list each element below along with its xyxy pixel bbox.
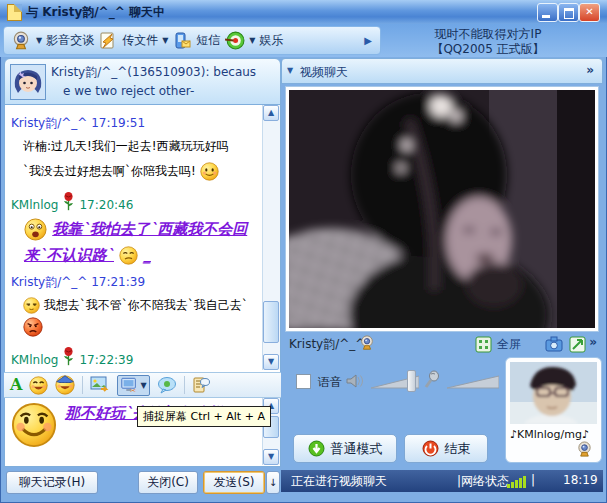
speaker-icon xyxy=(345,372,365,390)
toolbar-video-chat[interactable]: 影音交谈 xyxy=(46,32,94,49)
status-bar: 正在进行视频聊天 |网络状态 | 18:19 xyxy=(281,470,603,492)
capture-tooltip: 捕捉屏幕 Ctrl + Alt + A xyxy=(137,406,271,427)
toolbar-more-icon[interactable]: ▶ xyxy=(364,35,372,46)
peer-signature-line1: Kristy韵/^_^(136510903): becaus xyxy=(51,63,276,82)
scroll-down-icon[interactable]: ▼ xyxy=(263,449,279,465)
qq-version: 【QQ2005 正式版】 xyxy=(398,42,578,57)
close-window-button[interactable]: ✕ xyxy=(579,3,600,22)
message-text: 许楠:过几天!我们一起去!西藏玩玩好吗 xyxy=(11,136,259,157)
shy-smiley-emoticon xyxy=(23,297,40,314)
video-control-row: Kristy韵/^_^ 全屏 » xyxy=(281,334,603,356)
self-nickname: KMlnlog xyxy=(11,198,58,212)
font-style-icon[interactable]: A xyxy=(10,377,22,393)
self-video-feed xyxy=(510,362,597,424)
message-record-icon[interactable] xyxy=(192,376,210,394)
chat-scrollbar[interactable]: ▲ ▼ xyxy=(262,105,280,370)
chat-history-button[interactable]: 聊天记录(H) xyxy=(6,471,98,494)
fullscreen-label[interactable]: 全屏 xyxy=(497,336,521,353)
voice-controls: 语音 xyxy=(281,368,501,396)
chat-messages: Kristy韵/^_^ 17:19:51 许楠:过几天!我们一起去!西藏玩玩好吗… xyxy=(5,105,261,372)
remote-video-frame xyxy=(285,86,599,332)
voice-checkbox[interactable] xyxy=(296,374,311,389)
snapshot-camera-icon[interactable] xyxy=(545,336,563,352)
toolbar-separator xyxy=(184,376,185,394)
maximize-button[interactable] xyxy=(558,3,579,22)
message-header-peer: Kristy韵/^_^ 17:19:51 xyxy=(11,115,259,132)
svg-text:✂: ✂ xyxy=(130,385,136,393)
toolbar-separator xyxy=(82,376,83,394)
fullscreen-icon[interactable] xyxy=(475,336,492,353)
normal-mode-button[interactable]: 普通模式 xyxy=(293,434,397,463)
end-call-button[interactable]: 结束 xyxy=(404,434,488,463)
scroll-up-icon[interactable]: ▲ xyxy=(263,105,279,121)
title-bar: 与 Kristy韵/^_^ 聊天中 ✕ xyxy=(0,0,607,24)
custom-emoticon-icon[interactable] xyxy=(55,375,75,395)
sms-icon xyxy=(172,31,192,51)
close-chat-button[interactable]: 关闭(C) xyxy=(138,471,198,494)
toolbar-send-file[interactable]: 传文件 xyxy=(122,32,158,49)
capture-dropdown-icon[interactable]: ▼ xyxy=(140,381,146,390)
toolbar-sms[interactable]: 短信 xyxy=(196,32,220,49)
voice-label: 语音 xyxy=(318,374,342,391)
toolbar-entertainment[interactable]: 娱乐 xyxy=(259,32,283,49)
microphone-icon xyxy=(423,370,441,390)
big-shy-smiley-emoticon xyxy=(11,402,57,454)
panel-collapse-icon[interactable]: ▼ xyxy=(287,66,293,75)
toolbar-band: ▼ 影音交谈 传文件 ▼ 短信 ▼ 娱乐 ▶ xyxy=(3,26,381,55)
video-panel-header[interactable]: ▼ 视频聊天 » xyxy=(281,58,603,84)
emoticon-picker-icon[interactable] xyxy=(29,376,48,395)
screen-capture-button[interactable]: ✂ ▼ xyxy=(117,375,149,396)
message-header-peer: Kristy韵/^_^ 17:21:39 xyxy=(11,274,259,291)
message-text-purple: 我靠`我怕去了`西藏我不会回来`不认识路` _ xyxy=(11,216,259,268)
speaker-slider-thumb[interactable] xyxy=(407,370,416,392)
message-time: 17:20:46 xyxy=(79,198,133,212)
message-text: 我想去`我不管`你不陪我去`我自己去` xyxy=(11,295,259,337)
video-chat-icon xyxy=(10,31,32,51)
rose-emoticon xyxy=(62,347,75,367)
scroll-thumb[interactable] xyxy=(263,301,279,343)
normal-mode-icon xyxy=(308,440,325,457)
send-options-icon[interactable]: ↓ xyxy=(266,471,280,494)
peer-avatar[interactable] xyxy=(10,64,46,100)
minimize-button[interactable] xyxy=(537,3,558,22)
window-note-icon xyxy=(7,4,22,21)
ip-version-info: 现时不能取得对方IP 【QQ2005 正式版】 xyxy=(398,27,578,57)
message-text: `我没去过好想去啊`你陪我去吗! xyxy=(11,161,259,182)
mic-volume-slider[interactable] xyxy=(447,374,499,389)
send-button[interactable]: 发送(S) xyxy=(203,471,265,494)
chat-log[interactable]: Kristy韵/^_^ 17:19:51 许楠:过几天!我们一起去!西藏玩玩好吗… xyxy=(4,105,281,372)
self-nickname: KMlnlog xyxy=(11,353,58,367)
angry-smiley-emoticon xyxy=(23,317,43,337)
screen-capture-icon: ✂ xyxy=(120,377,138,394)
peer-signature-line2: e we two reject other- xyxy=(51,82,276,101)
video-panel-title: 视频聊天 xyxy=(300,64,348,81)
end-power-icon xyxy=(422,440,439,457)
shocked-smiley-emoticon xyxy=(24,218,47,241)
entertainment-dropdown-icon[interactable]: ▼ xyxy=(249,36,255,45)
smirk-smiley-emoticon xyxy=(119,246,138,265)
resize-video-icon[interactable] xyxy=(569,336,586,353)
remote-peer-name: Kristy韵/^_^ xyxy=(289,336,365,353)
window-title: 与 Kristy韵/^_^ 聊天中 xyxy=(26,4,165,21)
panel-more-icon[interactable]: » xyxy=(586,63,594,77)
video-chat-dropdown-icon[interactable]: ▼ xyxy=(36,36,42,45)
ip-notice: 现时不能取得对方IP xyxy=(398,27,578,42)
send-file-dropdown-icon[interactable]: ▼ xyxy=(162,36,168,45)
chat-bubble-icon[interactable] xyxy=(157,376,177,394)
message-header-self: KMlnlog 17:22:39 xyxy=(11,347,259,367)
self-video-panel: ♪KMlnlog/mg♪ xyxy=(505,357,602,463)
status-text: 正在进行视频聊天 xyxy=(291,473,387,490)
blush-smiley-emoticon xyxy=(200,162,219,181)
peer-signature: Kristy韵/^_^(136510903): becaus e we two … xyxy=(51,63,276,101)
input-toolbar: A ✂ ▼ xyxy=(4,372,281,398)
scroll-down-icon[interactable]: ▼ xyxy=(263,354,279,370)
signal-bars-icon xyxy=(507,476,527,488)
qq-chat-window: 与 Kristy韵/^_^ 聊天中 ✕ ▼ 影音交谈 传文件 ▼ 短信 xyxy=(0,0,607,503)
send-file-icon xyxy=(98,31,118,51)
message-time: 17:22:39 xyxy=(79,353,133,367)
self-webcam-icon xyxy=(576,441,593,458)
status-separator: | xyxy=(531,473,535,487)
message-header-self: KMlnlog 17:20:46 xyxy=(11,192,259,212)
video-more-icon[interactable]: » xyxy=(589,335,597,349)
send-picture-icon[interactable] xyxy=(90,376,110,394)
